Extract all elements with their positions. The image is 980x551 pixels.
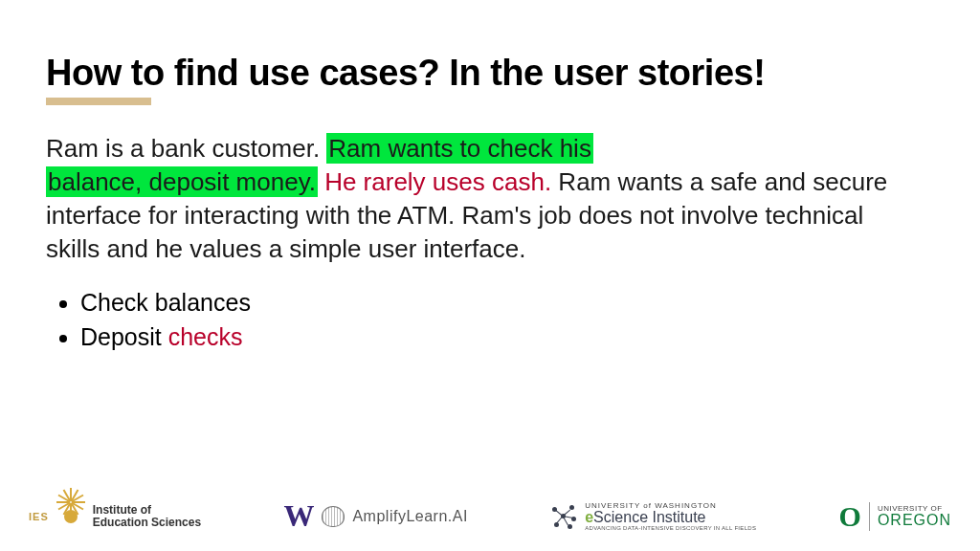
- use-case-bullets: Check balances Deposit checks: [46, 287, 934, 354]
- oregon-logo: O UNIVERSITY OF OREGON: [839, 500, 951, 533]
- oregon-text: UNIVERSITY OF OREGON: [878, 505, 951, 528]
- escience-text: UNIVERSITY of WASHINGTON eScience Instit…: [585, 502, 756, 531]
- ies-letters: IES: [29, 511, 49, 522]
- story-highlight-2: balance, deposit money.: [46, 166, 318, 197]
- divider-icon: [869, 502, 870, 531]
- escience-logo: UNIVERSITY of WASHINGTON eScience Instit…: [550, 502, 756, 531]
- oregon-o-icon: O: [839, 500, 861, 533]
- ies-text: Institute of Education Sciences: [93, 504, 201, 528]
- escience-rest: Science Institute: [593, 509, 705, 525]
- bullet-deposit-checks: Deposit checks: [80, 321, 934, 354]
- bullet-2-text-b: checks: [168, 323, 243, 350]
- story-part-1: Ram is a bank customer.: [46, 134, 326, 163]
- story-red-1: He rarely uses cash.: [318, 167, 551, 196]
- network-icon: [550, 503, 577, 530]
- logo-footer: IES Institute of Education Sciences W Am…: [0, 498, 980, 534]
- uw-w-icon: W: [283, 498, 314, 534]
- slide-title: How to find use cases? In the user stori…: [46, 54, 934, 94]
- story-highlight-1: Ram wants to check his: [326, 133, 593, 164]
- ies-line1: Institute of: [93, 504, 201, 517]
- amplify-text: AmplifyLearn.AI: [352, 508, 467, 525]
- uw-amplify-logo: W AmplifyLearn.AI: [283, 498, 467, 534]
- ies-line2: Education Sciences: [93, 517, 201, 529]
- title-underline: [46, 98, 151, 105]
- ies-logo: IES Institute of Education Sciences: [29, 502, 201, 531]
- brain-icon: [322, 506, 345, 527]
- bullet-1-text: Check balances: [80, 289, 251, 316]
- escience-e: e: [585, 509, 593, 525]
- bullet-2-text-a: Deposit: [80, 323, 168, 350]
- oregon-main: OREGON: [878, 513, 951, 528]
- sun-icon: [56, 502, 85, 531]
- user-story-paragraph: Ram is a bank customer. Ram wants to che…: [46, 132, 907, 266]
- slide-body: How to find use cases? In the user stori…: [0, 0, 980, 354]
- escience-sub: ADVANCING DATA-INTENSIVE DISCOVERY IN AL…: [585, 525, 756, 531]
- escience-main: eScience Institute: [585, 510, 756, 525]
- bullet-check-balances: Check balances: [80, 287, 934, 320]
